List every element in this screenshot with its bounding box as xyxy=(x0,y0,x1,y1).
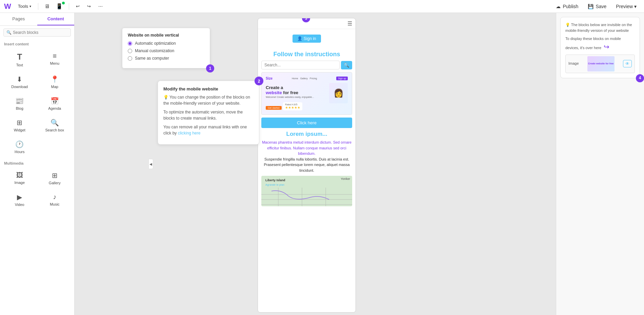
wp-rating: Rated 4.8/5 ★★★★★ xyxy=(283,102,302,110)
tooltip-modify-mobile: Modify the mobile website 💡 You can chan… xyxy=(158,81,259,145)
redo-button[interactable]: ↪ xyxy=(85,2,93,10)
map-header: Liberty Island Agrandir le plan Yonker xyxy=(261,176,352,188)
video-icon: ▶ xyxy=(17,193,22,201)
sidebar-item-menu[interactable]: ≡ Menu xyxy=(38,49,72,70)
lorem-title: Lorem ipsum... xyxy=(261,131,352,138)
wp-main-title: Create awebsite for free xyxy=(266,85,326,95)
search-row: 🔍 xyxy=(261,61,352,69)
tab-pages[interactable]: Pages xyxy=(0,13,37,25)
wp-get-started-button[interactable]: Get started xyxy=(266,106,282,110)
eye-toggle-button[interactable]: 👁 xyxy=(623,60,632,67)
publish-button[interactable]: ☁ Publish xyxy=(552,2,582,10)
text-icon: T xyxy=(17,52,22,62)
tab-content[interactable]: Content xyxy=(37,13,75,25)
mobile-search-input[interactable] xyxy=(261,61,340,69)
clicking-here-link[interactable]: clicking here xyxy=(178,131,201,135)
sign-in-button[interactable]: 👤 Sign in xyxy=(293,35,321,43)
map-icon: 📍 xyxy=(51,75,59,83)
info-sub-text: To display these blocks on mobile device… xyxy=(565,36,635,52)
multimedia-items-grid: 🖼 Image ⊞ Gallery ▶ Video ♪ Music xyxy=(0,167,74,211)
sidebar-item-map[interactable]: 📍 Map xyxy=(38,72,72,92)
click-here-button[interactable]: Click here xyxy=(261,118,352,128)
sidebar-collapse-button[interactable]: ◀ xyxy=(148,159,153,169)
invisible-blocks-info: 💡 The blocks below are invisible on the … xyxy=(560,17,640,78)
canvas-area: ◀ Website on mobile vertical Automatic o… xyxy=(75,13,556,315)
sidebar-item-searchbox[interactable]: 🔍 Search box xyxy=(38,115,72,135)
music-icon: ♪ xyxy=(53,193,56,201)
tooltip-modify-text2: To optimize the automatic version, move … xyxy=(163,109,254,121)
sidebar-item-blog[interactable]: 📰 Blog xyxy=(3,93,37,114)
publish-icon: ☁ xyxy=(556,4,561,9)
right-panel: 💡 The blocks below are invisible on the … xyxy=(556,13,644,315)
sign-in-container: 👤 Sign in xyxy=(258,32,356,45)
map-agrandir[interactable]: Agrandir le plan xyxy=(263,183,287,186)
badge-1: 1 xyxy=(206,64,214,72)
sidebar-search-bar: 🔍 xyxy=(3,28,71,37)
searchbox-icon: 🔍 xyxy=(51,119,59,127)
sidebar-item-hours[interactable]: 🕐 Hours xyxy=(3,137,37,157)
separator-1 xyxy=(38,3,38,10)
sidebar-item-widget[interactable]: ⊞ Widget xyxy=(3,115,37,135)
lorem-highlighted: Macenas pharetra metud interdum dictum. … xyxy=(262,140,351,155)
sidebar-item-music[interactable]: ♪ Music xyxy=(38,190,72,210)
preview-button[interactable]: Preview ▾ xyxy=(612,2,640,10)
wp-nav-item-3: Pricing xyxy=(310,77,317,80)
radio-manual[interactable]: Manual customization xyxy=(128,48,204,53)
sidebar-item-image[interactable]: 🖼 Image xyxy=(3,168,37,188)
gallery-label: Gallery xyxy=(49,181,61,185)
image-row: Image Create website for free 👁 xyxy=(565,55,635,73)
radio-same-as-computer[interactable]: Same as computer xyxy=(128,56,204,61)
thumb-text: Create website for free xyxy=(588,62,613,65)
multimedia-section-label: Multimedia xyxy=(0,159,74,167)
sidebar-item-text[interactable]: T Text xyxy=(3,49,37,70)
map-svg xyxy=(261,188,352,206)
more-button[interactable]: ⋯ xyxy=(96,2,105,10)
sidebar-item-gallery[interactable]: ⊞ Gallery xyxy=(38,168,72,188)
hamburger-icon[interactable]: ☰ xyxy=(347,20,352,27)
desktop-icon[interactable]: 🖥 xyxy=(43,3,51,10)
mobile-content: Follow the instructions 🔍 Size Home Gall… xyxy=(258,48,356,206)
map-left: Liberty Island Agrandir le plan xyxy=(263,177,287,186)
wp-cta-button[interactable]: Sign up xyxy=(336,77,348,80)
wp-header: Size Home Gallery Pricing Sign up xyxy=(266,77,348,80)
save-icon: 💾 xyxy=(588,4,593,9)
tooltip-modify-text3: You can remove all your manual links wit… xyxy=(163,124,254,136)
tooltip-text3-static: You can remove all your manual links wit… xyxy=(163,125,247,135)
sidebar-item-download[interactable]: ⬇ Download xyxy=(3,72,37,92)
mobile-icon[interactable]: 📱 xyxy=(55,2,64,10)
widget-icon: ⊞ xyxy=(17,119,22,127)
tooltip-modify-title: Modify the mobile website xyxy=(163,86,254,91)
insert-content-label: Insert content xyxy=(0,39,74,47)
menu-label: Menu xyxy=(50,61,59,65)
publish-label: Publish xyxy=(563,4,578,9)
wp-subtitle: Welcome! Create websites easily, enjoyab… xyxy=(266,96,326,98)
hours-icon: 🕐 xyxy=(15,140,24,148)
search-blocks-input[interactable] xyxy=(13,30,68,35)
save-label: Save xyxy=(596,4,606,9)
save-button[interactable]: 💾 Save xyxy=(584,2,610,10)
map-location-label: Liberty Island xyxy=(263,177,287,183)
wp-nav-item-2: Gallery xyxy=(300,77,308,80)
sidebar-item-agenda[interactable]: 📅 Agenda xyxy=(38,93,72,114)
arrow-hint-icon: ↪ xyxy=(604,43,609,50)
mobile-search-button[interactable]: 🔍 xyxy=(341,61,352,69)
tools-label: Tools xyxy=(18,4,28,9)
separator-2 xyxy=(69,3,69,10)
mobile-preview-container: 3 ☰ 👤 Sign in Follow the instructions xyxy=(258,15,356,313)
gallery-icon: ⊞ xyxy=(52,171,58,180)
sidebar-tabs: Pages Content xyxy=(0,13,74,26)
wp-title-colored: website xyxy=(266,90,282,95)
wp-stars: ★★★★★ xyxy=(285,106,300,109)
undo-icon: ↩ xyxy=(76,4,80,9)
website-preview-image: Size Home Gallery Pricing Sign up xyxy=(261,72,352,115)
radio-automatic[interactable]: Automatic optimization xyxy=(128,41,204,46)
sidebar-item-video[interactable]: ▶ Video xyxy=(3,190,37,210)
undo-button[interactable]: ↩ xyxy=(74,2,82,10)
text-label: Text xyxy=(16,63,23,67)
img-thumbnail: Create website for free xyxy=(587,56,615,71)
tools-button[interactable]: Tools ▾ xyxy=(16,2,33,10)
logo[interactable]: W xyxy=(4,2,11,11)
searchbox-label: Search box xyxy=(45,128,64,132)
user-icon: 👤 xyxy=(297,36,302,41)
blog-icon: 📰 xyxy=(15,97,24,105)
